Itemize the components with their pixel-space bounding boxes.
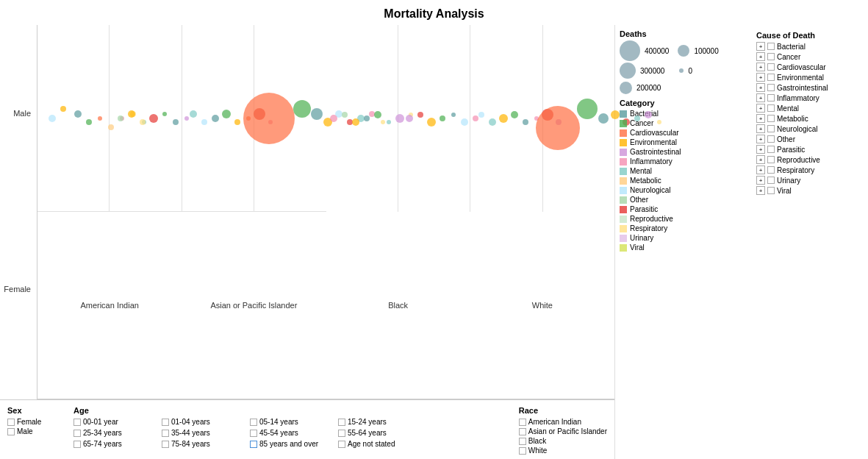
cod-item-cardiovascular[interactable]: + Cardiovascular	[756, 63, 862, 71]
legend-cat-label: Cardiovascular	[630, 129, 679, 137]
cod-item-bacterial[interactable]: + Bacterial	[756, 42, 862, 51]
filter-race-ai[interactable]: American Indian	[519, 418, 607, 426]
bubble	[478, 112, 484, 118]
filter-race-asian-cb[interactable]	[519, 428, 526, 435]
cod-expand-icon[interactable]: +	[756, 145, 765, 154]
filter-age-2534[interactable]: 25-34 years	[73, 429, 162, 437]
filter-age-85plus-cb[interactable]	[250, 441, 257, 448]
filter-age-2534-cb[interactable]	[73, 430, 81, 437]
filter-age-4554-cb[interactable]	[250, 430, 257, 437]
cod-checkbox[interactable]	[767, 125, 775, 132]
cod-checkbox[interactable]	[767, 166, 775, 174]
filter-age-1524[interactable]: 15-24 years	[338, 418, 426, 426]
cod-label: Parasitic	[777, 146, 805, 154]
bubble	[417, 112, 423, 118]
cod-expand-icon[interactable]: +	[756, 52, 765, 61]
filter-race-black[interactable]: Black	[519, 437, 607, 445]
filter-age-6574[interactable]: 65-74 years	[73, 440, 162, 448]
cod-checkbox[interactable]	[767, 84, 775, 91]
cod-expand-icon[interactable]: +	[756, 73, 765, 82]
cod-item-mental[interactable]: + Mental	[756, 104, 862, 113]
cod-item-inflammatory[interactable]: + Inflammatory	[756, 93, 862, 102]
legend-deaths-300k: 300000	[640, 67, 664, 75]
bubble	[243, 93, 295, 144]
cod-item-parasitic[interactable]: + Parasitic	[756, 145, 862, 154]
page-container: Mortality Analysis Male Female	[0, 0, 868, 459]
filter-age-5564[interactable]: 55-64 years	[338, 429, 426, 437]
filter-age-6574-cb[interactable]	[73, 441, 81, 448]
cod-checkbox[interactable]	[767, 94, 775, 102]
cod-item-neurological[interactable]: + Neurological	[756, 124, 862, 133]
filter-race-asian[interactable]: Asian or Pacific Islander	[519, 427, 607, 435]
filter-race-black-cb[interactable]	[519, 438, 526, 445]
filter-sex-female-checkbox[interactable]	[7, 419, 15, 426]
cod-item-urinary[interactable]: + Urinary	[756, 176, 862, 185]
cod-expand-icon[interactable]: +	[756, 166, 765, 174]
filter-age-5564-cb[interactable]	[338, 430, 345, 437]
cod-item-environmental[interactable]: + Environmental	[756, 73, 862, 82]
cod-expand-icon[interactable]: +	[756, 83, 765, 92]
filter-age-title: Age	[73, 406, 426, 415]
filter-age-0514[interactable]: 05-14 years	[250, 418, 338, 426]
x-label-american-indian: American Indian	[37, 301, 182, 310]
cod-item-viral[interactable]: + Viral	[756, 186, 862, 195]
y-axis-labels: Male Female	[0, 25, 37, 399]
cod-item-respiratory[interactable]: + Respiratory	[756, 166, 862, 174]
filter-sex-male[interactable]: Male	[7, 427, 59, 435]
cod-item-cancer[interactable]: + Cancer	[756, 52, 862, 61]
filter-sex-male-checkbox[interactable]	[7, 428, 15, 435]
legend-cat-mental: Mental	[620, 167, 746, 175]
filter-age-3544-cb[interactable]	[162, 430, 169, 437]
cod-expand-icon[interactable]: +	[756, 42, 765, 51]
filter-age-not-stated[interactable]: Age not stated	[338, 440, 426, 448]
filter-age-7584-cb[interactable]	[162, 441, 169, 448]
cod-expand-icon[interactable]: +	[756, 63, 765, 71]
cod-checkbox[interactable]	[767, 177, 775, 184]
cod-panel: Cause of Death + Bacterial + Cancer + Ca…	[750, 25, 868, 459]
x-label-white: White	[470, 301, 614, 310]
cod-checkbox[interactable]	[767, 135, 775, 143]
cod-expand-icon[interactable]: +	[756, 114, 765, 123]
cod-item-metabolic[interactable]: + Metabolic	[756, 114, 862, 123]
filter-age-3544[interactable]: 35-44 years	[162, 429, 250, 437]
cod-checkbox[interactable]	[767, 104, 775, 112]
cod-item-reproductive[interactable]: + Reproductive	[756, 155, 862, 164]
cod-checkbox[interactable]	[767, 187, 775, 194]
filter-age-not-stated-cb[interactable]	[338, 441, 345, 448]
filter-age-0001[interactable]: 00-01 year	[73, 418, 162, 426]
cod-expand-icon[interactable]: +	[756, 93, 765, 102]
filter-age-85plus[interactable]: 85 years and over	[250, 440, 338, 448]
filter-age-0514-cb[interactable]	[250, 419, 257, 426]
filter-race-white-cb[interactable]	[519, 447, 526, 455]
cod-expand-icon[interactable]: +	[756, 104, 765, 113]
filter-age-0104[interactable]: 01-04 years	[162, 418, 250, 426]
filter-age-4554[interactable]: 45-54 years	[250, 429, 338, 437]
cod-checkbox[interactable]	[767, 43, 775, 50]
bubble	[461, 118, 468, 126]
cod-checkbox[interactable]	[767, 115, 775, 122]
plot-row-male	[37, 25, 326, 212]
legend-swatch	[620, 225, 627, 232]
filter-age-1524-cb[interactable]	[338, 419, 345, 426]
cod-checkbox[interactable]	[767, 53, 775, 60]
cod-checkbox[interactable]	[767, 146, 775, 153]
cod-checkbox[interactable]	[767, 63, 775, 71]
cod-expand-icon[interactable]: +	[756, 155, 765, 164]
cod-item-other[interactable]: + Other	[756, 135, 862, 143]
filter-race-ai-cb[interactable]	[519, 419, 526, 426]
cod-expand-icon[interactable]: +	[756, 135, 765, 143]
bubble	[536, 106, 580, 150]
cod-expand-icon[interactable]: +	[756, 176, 765, 185]
filter-race-white[interactable]: White	[519, 446, 607, 455]
legend-cat-other: Other	[620, 196, 746, 204]
cod-checkbox[interactable]	[767, 156, 775, 163]
filter-sex-female[interactable]: Female	[7, 418, 59, 426]
cod-expand-icon[interactable]: +	[756, 124, 765, 133]
filter-age-0001-cb[interactable]	[73, 419, 81, 426]
filter-age-0104-cb[interactable]	[162, 419, 169, 426]
cod-items: + Bacterial + Cancer + Cardiovascular + …	[756, 42, 862, 195]
filter-age-7584[interactable]: 75-84 years	[162, 440, 250, 448]
cod-expand-icon[interactable]: +	[756, 186, 765, 195]
cod-item-gastrointestinal[interactable]: + Gastrointestinal	[756, 83, 862, 92]
cod-checkbox[interactable]	[767, 74, 775, 81]
